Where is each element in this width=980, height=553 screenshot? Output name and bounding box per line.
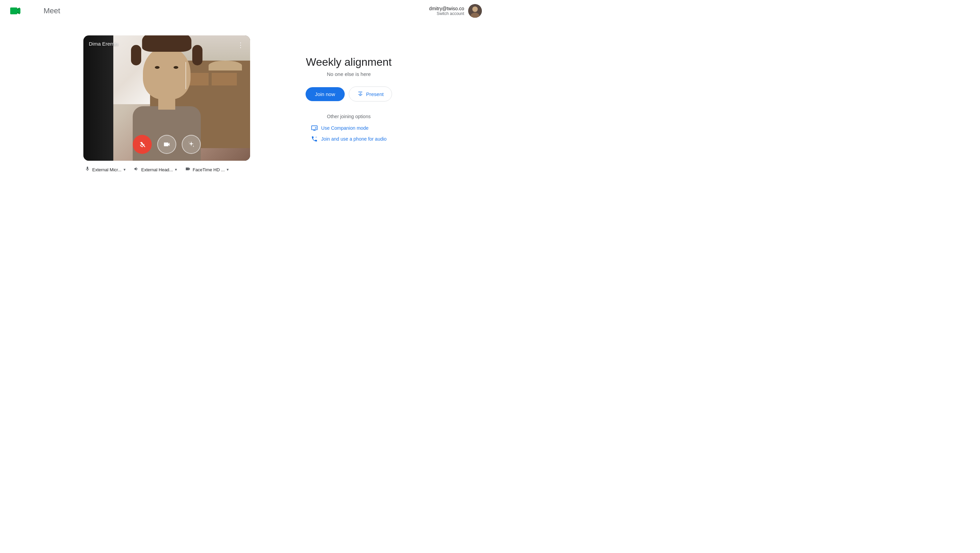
microphone-label: External Micr... — [92, 167, 121, 172]
meeting-status: No one else is here — [327, 71, 371, 77]
other-options-title: Other joining options — [327, 114, 371, 119]
svg-point-6 — [472, 6, 478, 12]
join-now-button[interactable]: Join now — [305, 87, 345, 101]
account-info: dmitry@twiso.co Switch account — [429, 6, 464, 16]
microphone-selector[interactable]: External Micr... ▾ — [85, 166, 126, 173]
phone-audio-icon — [311, 135, 318, 142]
camera-label: FaceTime HD ... — [192, 167, 224, 172]
present-icon — [357, 91, 363, 97]
phone-audio-label: Join and use a phone for audio — [321, 136, 387, 142]
mic-off-icon — [138, 141, 146, 148]
video-more-options-button[interactable]: ⋮ — [235, 40, 246, 50]
avatar[interactable] — [468, 4, 482, 18]
header-right: dmitry@twiso.co Switch account — [429, 4, 482, 18]
video-controls — [133, 135, 201, 154]
microphone-chevron-icon: ▾ — [124, 167, 126, 172]
microphone-icon — [85, 166, 90, 173]
camera-device-icon — [185, 166, 191, 173]
speaker-selector[interactable]: External Head... ▾ — [134, 166, 177, 173]
avatar-image — [468, 4, 482, 18]
mute-button[interactable] — [133, 135, 152, 154]
header: Meet dmitry@twiso.co Switch account — [0, 0, 490, 22]
camera-chevron-icon: ▾ — [227, 167, 229, 172]
app-title: Meet — [43, 6, 60, 15]
svg-rect-8 — [315, 127, 317, 129]
header-left: Meet — [8, 4, 60, 18]
present-label: Present — [366, 91, 384, 97]
phone-audio-link[interactable]: Join and use a phone for audio — [311, 135, 387, 142]
speaker-icon — [134, 166, 139, 173]
sparkle-icon — [188, 141, 195, 148]
other-options: Use Companion mode Join and use a phone … — [311, 124, 387, 142]
meeting-title: Weekly alignment — [306, 56, 392, 69]
speaker-chevron-icon: ▾ — [175, 167, 177, 172]
switch-account-link[interactable]: Switch account — [429, 11, 464, 16]
companion-mode-link[interactable]: Use Companion mode — [311, 124, 369, 131]
camera-icon — [163, 141, 170, 148]
join-buttons: Join now Present — [305, 86, 392, 102]
companion-mode-icon — [311, 124, 318, 131]
camera-toggle-button[interactable] — [157, 135, 176, 154]
video-preview: Dima Eremin ⋮ — [83, 35, 250, 161]
speaker-label: External Head... — [141, 167, 173, 172]
device-controls: External Micr... ▾ External Head... ▾ — [83, 166, 250, 173]
video-person-name: Dima Eremin — [89, 41, 118, 47]
main-content: Dima Eremin ⋮ — [0, 22, 490, 186]
effects-button[interactable] — [182, 135, 201, 154]
meet-logo-icon — [8, 4, 22, 18]
right-panel: Weekly alignment No one else is here Joi… — [291, 35, 407, 142]
companion-mode-label: Use Companion mode — [321, 125, 369, 131]
account-email: dmitry@twiso.co — [429, 6, 464, 11]
present-button[interactable]: Present — [349, 86, 392, 102]
video-container: Dima Eremin ⋮ — [83, 35, 250, 173]
camera-selector[interactable]: FaceTime HD ... ▾ — [185, 166, 229, 173]
